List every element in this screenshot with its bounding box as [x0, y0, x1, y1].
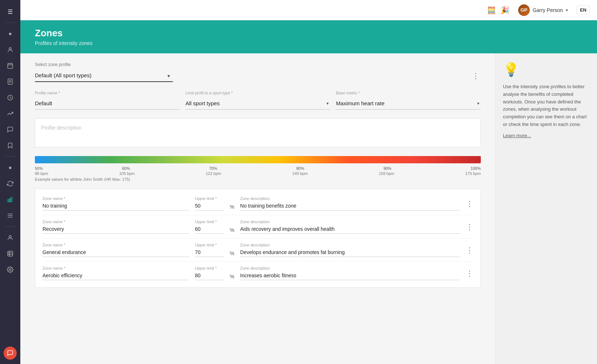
zone-name-field-2: Zone name *	[42, 243, 189, 257]
zone-label-100: 100%	[471, 166, 481, 171]
bar-chart-icon[interactable]	[3, 192, 17, 207]
zone-bpm-88: 88 bpm	[35, 171, 48, 176]
topbar-icons: 🧮 🎉	[487, 6, 509, 15]
svg-point-16	[9, 236, 11, 238]
zone-limit-input-2[interactable]	[195, 248, 224, 257]
sport-type-field: Limit profil to a sport type * All sport…	[186, 91, 330, 110]
zone-profile-select[interactable]: Default (All sport types)	[35, 69, 173, 82]
zone-label-90: 90%	[383, 166, 391, 171]
zone-name-input-1[interactable]	[42, 225, 189, 234]
zone-limit-field-0: Upper limit *	[195, 196, 224, 210]
info-panel: 💡 Use the intensity zone profiles to bet…	[495, 53, 597, 364]
zone-desc-field-0: Zone description	[240, 196, 460, 210]
sport-type-label: Limit profil to a sport type *	[186, 91, 330, 95]
zone-limit-label-2: Upper limit *	[195, 243, 224, 247]
sport-type-select[interactable]: All sport types	[186, 97, 330, 110]
main-content: 🧮 🎉 GP Garry Person ▾ EN Zones Profiles …	[20, 0, 597, 364]
description-box[interactable]: Profile description	[35, 118, 481, 147]
zone-label-70: 70%	[209, 166, 217, 171]
analytics-icon[interactable]	[3, 90, 17, 105]
zone-more-button-0[interactable]: ⋮	[466, 199, 473, 208]
page-title: Zones	[35, 28, 582, 39]
learn-more-link[interactable]: Learn more...	[503, 133, 590, 138]
page-subtitle: Profiles of intensity zones	[35, 40, 582, 46]
dot-icon[interactable]: ●	[3, 160, 17, 175]
language-selector[interactable]: EN	[577, 5, 590, 15]
avatar: GP	[518, 4, 530, 16]
zone-limit-input-0[interactable]	[195, 201, 224, 210]
zone-name-field-0: Zone name *	[42, 196, 189, 210]
table2-icon[interactable]	[3, 246, 17, 261]
zone-bpm-105: 105 bpm	[119, 171, 135, 176]
zone-limit-label-1: Upper limit *	[195, 220, 224, 224]
profile-name-field: Profile name *	[35, 91, 180, 110]
zone-name-input-2[interactable]	[42, 248, 189, 257]
zone-limit-field-2: Upper limit *	[195, 243, 224, 257]
sidebar-divider-2	[5, 156, 16, 157]
select-zone-row: Default (All sport types) ▾ ⋮	[35, 69, 481, 82]
chat-bubble-icon[interactable]	[4, 347, 17, 360]
zone-pct-sign-3: %	[230, 274, 234, 279]
svg-rect-12	[11, 197, 12, 202]
document-icon[interactable]	[3, 74, 17, 89]
zone-pct-sign-1: %	[230, 227, 234, 233]
users-icon[interactable]	[3, 42, 17, 57]
base-metric-select[interactable]: Maximum heart rate	[336, 97, 481, 110]
zone-desc-label-0: Zone description	[240, 196, 460, 201]
zone-name-label-3: Zone name *	[42, 266, 189, 270]
info-text: Use the intensity zone profiles to bette…	[503, 83, 590, 128]
home-icon[interactable]: ●	[3, 26, 17, 41]
page-header: Zones Profiles of intensity zones	[20, 20, 597, 53]
profile-name-label: Profile name *	[35, 91, 180, 95]
zone-desc-input-1[interactable]	[240, 225, 460, 234]
user2-icon[interactable]	[3, 230, 17, 245]
zone-more-button-3[interactable]: ⋮	[466, 269, 473, 278]
zone-row: Zone name * Upper limit * % Zone descrip…	[42, 215, 473, 238]
zone-profile-select-wrapper: Default (All sport types) ▾	[35, 69, 173, 82]
zone-desc-label-3: Zone description	[240, 266, 460, 270]
zone-bpm-140: 140 bpm	[292, 171, 308, 176]
user-name: Garry Person	[533, 7, 563, 13]
zone-desc-input-0[interactable]	[240, 201, 460, 210]
list2-icon[interactable]	[3, 208, 17, 223]
svg-point-0	[9, 48, 11, 50]
select-zone-section: Select zone profile Default (All sport t…	[35, 62, 481, 82]
sync-icon[interactable]	[3, 176, 17, 191]
party-icon[interactable]: 🎉	[500, 6, 509, 15]
zone-labels: 50% 60% 70% 80% 90% 100%	[35, 166, 481, 171]
main-panel: Select zone profile Default (All sport t…	[20, 53, 495, 364]
cog-icon[interactable]	[3, 262, 17, 277]
sidebar: ☰ ● ●	[0, 0, 20, 364]
trend-icon[interactable]	[3, 106, 17, 121]
zone-name-input-3[interactable]	[42, 271, 189, 280]
calendar-icon[interactable]	[3, 58, 17, 73]
zone-name-input-0[interactable]	[42, 201, 189, 210]
calculator-icon[interactable]: 🧮	[487, 6, 496, 15]
zone-name-label-2: Zone name *	[42, 243, 189, 247]
zone-limit-input-1[interactable]	[195, 225, 224, 234]
profile-more-button[interactable]: ⋮	[471, 70, 481, 82]
bookmark-icon[interactable]	[3, 138, 17, 153]
user-menu[interactable]: GP Garry Person ▾	[515, 3, 571, 17]
zone-more-button-2[interactable]: ⋮	[466, 246, 473, 254]
zone-desc-input-2[interactable]	[240, 248, 460, 257]
base-metric-field: Base metric * Maximum heart rate ▾	[336, 91, 481, 110]
menu-icon[interactable]: ☰	[3, 4, 17, 19]
zone-name-label-0: Zone name *	[42, 196, 189, 201]
chat-icon[interactable]	[3, 122, 17, 137]
base-metric-label: Base metric *	[336, 91, 481, 95]
sidebar-divider-3	[5, 226, 16, 227]
select-zone-label: Select zone profile	[35, 62, 481, 67]
base-metric-select-wrap: Maximum heart rate ▾	[336, 97, 481, 110]
svg-rect-17	[8, 251, 13, 256]
zone-name-field-1: Zone name *	[42, 220, 189, 234]
zone-bar-container: 50% 60% 70% 80% 90% 100% 88 bpm 105 bpm …	[35, 156, 481, 181]
example-text: Example values for athlete John Smith (H…	[35, 177, 481, 181]
zone-name-field-3: Zone name *	[42, 266, 189, 280]
zone-limit-label-0: Upper limit *	[195, 196, 224, 201]
zone-desc-input-3[interactable]	[240, 271, 460, 280]
profile-name-input[interactable]	[35, 97, 180, 110]
zone-limit-input-3[interactable]	[195, 271, 224, 280]
zone-row: Zone name * Upper limit * % Zone descrip…	[42, 238, 473, 262]
zone-more-button-1[interactable]: ⋮	[466, 222, 473, 231]
